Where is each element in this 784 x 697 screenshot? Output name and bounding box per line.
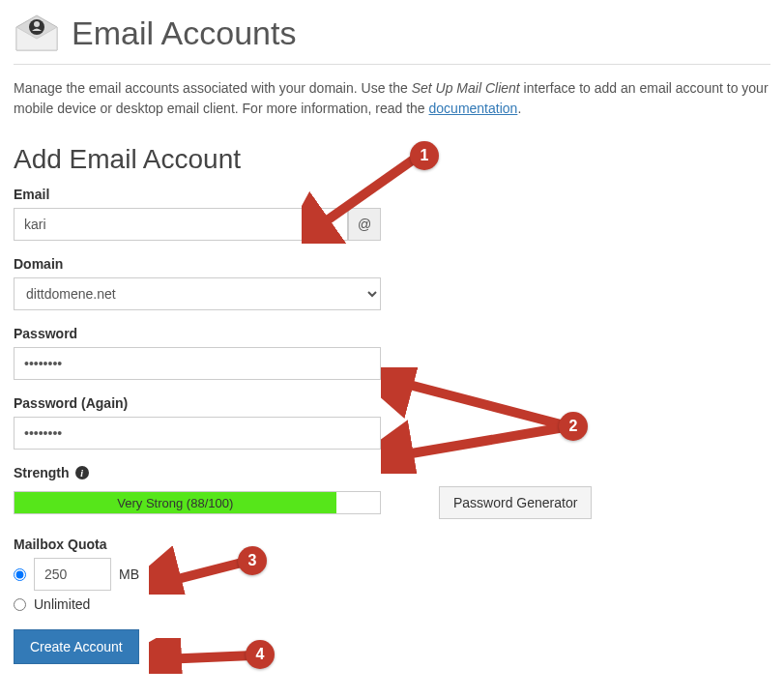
at-addon: @: [348, 208, 381, 241]
quota-radio-limited[interactable]: [14, 568, 26, 581]
intro-em: Set Up Mail Client: [412, 80, 520, 96]
password-input[interactable]: [14, 347, 381, 380]
quota-radio-unlimited[interactable]: [14, 598, 26, 611]
strength-fill: Very Strong (88/100): [15, 492, 336, 513]
intro-text: Manage the email accounts associated wit…: [14, 78, 770, 119]
email-accounts-icon: [14, 10, 60, 56]
quota-unlimited-label: Unlimited: [34, 596, 90, 612]
strength-label: Strength: [14, 465, 70, 480]
domain-label: Domain: [14, 256, 770, 272]
quota-input[interactable]: [34, 558, 111, 591]
password-generator-button[interactable]: Password Generator: [439, 486, 592, 519]
create-account-button[interactable]: Create Account: [14, 629, 139, 664]
password2-input[interactable]: [14, 417, 381, 450]
domain-select[interactable]: dittdomene.net: [14, 277, 381, 310]
info-icon[interactable]: i: [75, 466, 89, 479]
quota-label: Mailbox Quota: [14, 537, 770, 552]
quota-unit: MB: [119, 566, 139, 582]
strength-bar: Very Strong (88/100): [14, 491, 381, 514]
strength-group: Strength i Very Strong (88/100) Password…: [14, 465, 770, 519]
svg-point-3: [34, 21, 40, 27]
email-label: Email: [14, 187, 770, 202]
email-input[interactable]: [14, 208, 348, 241]
password-group: Password: [14, 326, 770, 380]
strength-text: Very Strong (88/100): [117, 496, 233, 510]
section-title: Add Email Account: [14, 144, 770, 175]
password-label: Password: [14, 326, 770, 341]
svg-line-12: [162, 655, 253, 659]
documentation-link[interactable]: documentation: [429, 101, 518, 116]
password2-group: Password (Again): [14, 395, 770, 450]
page-header: Email Accounts: [14, 10, 770, 65]
quota-group: Mailbox Quota MB Unlimited: [14, 537, 770, 612]
annotation-4: 4: [149, 638, 275, 674]
domain-group: Domain dittdomene.net: [14, 256, 770, 310]
page-title: Email Accounts: [72, 15, 296, 52]
password2-label: Password (Again): [14, 395, 770, 411]
email-group: Email @: [14, 187, 770, 241]
